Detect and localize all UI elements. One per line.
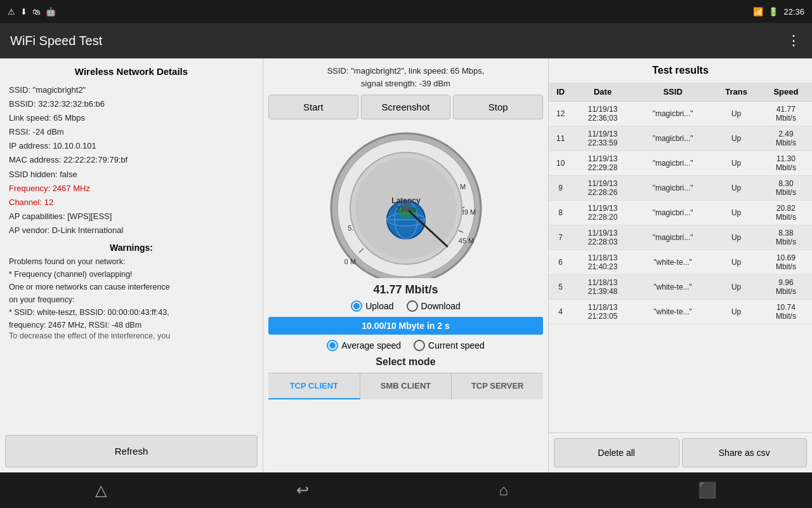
app-title: WiFi Speed Test: [10, 34, 102, 48]
table-row[interactable]: 10 11/19/1322:29:28 "magicbri..." Up 11.…: [549, 151, 812, 176]
col-date: Date: [572, 83, 633, 102]
cell-trans: Up: [712, 151, 760, 176]
right-panel: Test results ID Date SSID Trans Speed 12…: [549, 58, 812, 472]
link-speed-line: Link speed: 65 Mbps: [9, 111, 254, 125]
cell-trans: Up: [712, 102, 760, 126]
tcp-server-tab[interactable]: TCP SERVER: [452, 373, 543, 399]
bottom-buttons: Delete all Share as csv: [549, 432, 812, 472]
table-row[interactable]: 4 11/18/1321:23:05 "white-te..." Up 10.7…: [549, 300, 812, 324]
menu-button[interactable]: ⋮: [787, 32, 802, 49]
nav-home2-icon[interactable]: ⌂: [499, 481, 508, 499]
wifi-icon: 📶: [753, 7, 763, 17]
nav-home-icon[interactable]: △: [95, 481, 107, 499]
cell-date: 11/19/1322:28:03: [572, 225, 633, 250]
cell-id: 10: [549, 151, 572, 176]
status-icons-right: 📶 🔋 22:36: [753, 7, 804, 17]
cell-date: 11/19/1322:36:03: [572, 102, 633, 126]
speed-mode-group: Average speed Current speed: [327, 340, 485, 351]
nav-bar: △ ↩ ⌂ ⬛: [0, 472, 812, 508]
results-table-container: ID Date SSID Trans Speed 12 11/19/1322:3…: [549, 83, 812, 432]
table-row[interactable]: 8 11/19/1322:28:20 "magicbri..." Up 20.8…: [549, 201, 812, 225]
col-id: ID: [549, 83, 572, 102]
refresh-button[interactable]: Refresh: [5, 435, 258, 467]
progress-text: 10.00/10 Mbyte in 2 s: [362, 321, 450, 331]
cell-date: 11/19/1322:28:26: [572, 176, 633, 201]
share-as-csv-button[interactable]: Share as csv: [682, 438, 808, 467]
left-panel: Wireless Network Details SSID: "magicbri…: [0, 58, 263, 472]
current-speed-label: Current speed: [428, 340, 485, 351]
table-row[interactable]: 7 11/19/1322:28:03 "magicbri..." Up 8.38…: [549, 225, 812, 250]
cell-ssid: "magicbri...": [633, 225, 713, 250]
download-label: Download: [421, 301, 461, 311]
cell-speed: 8.38Mbit/s: [760, 225, 812, 250]
action-buttons: Start Screenshot Stop: [268, 95, 543, 119]
cell-speed: 20.82Mbit/s: [760, 201, 812, 225]
average-speed-radio[interactable]: Average speed: [327, 340, 401, 351]
mode-tabs: TCP CLIENT SMB CLIENT TCP SERVER: [268, 373, 543, 399]
svg-text:45 M: 45 M: [458, 237, 473, 244]
cell-speed: 9.96Mbit/s: [760, 275, 812, 300]
results-table: ID Date SSID Trans Speed 12 11/19/1322:3…: [549, 83, 812, 324]
bssid-line: BSSID: 32:32:32:32:b6:b6: [9, 97, 254, 111]
ssid-hidden-line: SSID hidden: false: [9, 168, 254, 182]
middle-panel: SSID: "magicbright2", link speed: 65 Mbp…: [263, 58, 549, 472]
clock: 22:36: [783, 7, 804, 17]
results-title: Test results: [549, 58, 812, 83]
frequency-line: Frequency: 2467 MHz: [9, 182, 254, 196]
app-bar: WiFi Speed Test ⋮: [0, 23, 812, 58]
svg-point-29: [402, 204, 410, 212]
start-button[interactable]: Start: [268, 95, 358, 119]
table-row[interactable]: 6 11/18/1321:40:23 "white-te..." Up 10.6…: [549, 250, 812, 275]
warning-icon: ⚠: [8, 7, 15, 17]
upload-radio[interactable]: Upload: [351, 300, 393, 312]
download-radio[interactable]: Download: [407, 300, 461, 312]
progress-bar: 10.00/10 Mbyte in 2 s: [268, 317, 543, 335]
upload-label: Upload: [365, 301, 393, 311]
table-header-row: ID Date SSID Trans Speed: [549, 83, 812, 102]
cell-ssid: "magicbri...": [633, 102, 713, 126]
cell-date: 11/19/1322:33:59: [572, 126, 633, 151]
ip-line: IP address: 10.10.0.101: [9, 139, 254, 153]
cell-trans: Up: [712, 126, 760, 151]
screenshot-button[interactable]: Screenshot: [361, 95, 451, 119]
cell-id: 7: [549, 225, 572, 250]
cell-speed: 10.69Mbit/s: [760, 250, 812, 275]
cell-trans: Up: [712, 225, 760, 250]
network-details-title: Wireless Network Details: [9, 66, 254, 77]
cell-speed: 41.77Mbit/s: [760, 102, 812, 126]
cell-date: 11/19/1322:28:20: [572, 201, 633, 225]
cell-date: 11/18/1321:23:05: [572, 300, 633, 324]
cell-trans: Up: [712, 201, 760, 225]
cell-trans: Up: [712, 275, 760, 300]
cell-trans: Up: [712, 176, 760, 201]
average-speed-label: Average speed: [341, 340, 401, 351]
cell-trans: Up: [712, 300, 760, 324]
nav-back-icon[interactable]: ↩: [296, 481, 309, 499]
delete-all-button[interactable]: Delete all: [554, 438, 679, 467]
ssid-line: SSID: "magicbright2": [9, 83, 254, 97]
cell-ssid: "white-te...": [633, 275, 713, 300]
stop-button[interactable]: Stop: [453, 95, 543, 119]
network-details-panel: Wireless Network Details SSID: "magicbri…: [0, 58, 263, 430]
speedometer: 0 M 5.5 M 11 M 17 M 23 M 28 M 34 M 39 M …: [311, 126, 501, 278]
table-row[interactable]: 12 11/19/1322:36:03 "magicbri..." Up 41.…: [549, 102, 812, 126]
smb-client-tab[interactable]: SMB CLIENT: [360, 373, 452, 399]
current-speed-radio[interactable]: Current speed: [414, 340, 485, 351]
tcp-client-tab[interactable]: TCP CLIENT: [268, 373, 360, 399]
cell-ssid: "white-te...": [633, 300, 713, 324]
cell-id: 9: [549, 176, 572, 201]
nav-recents-icon[interactable]: ⬛: [698, 481, 717, 499]
table-row[interactable]: 11 11/19/1322:33:59 "magicbri..." Up 2.4…: [549, 126, 812, 151]
table-row[interactable]: 5 11/18/1321:39:48 "white-te..." Up 9.96…: [549, 275, 812, 300]
cell-id: 6: [549, 250, 572, 275]
cell-speed: 2.49Mbit/s: [760, 126, 812, 151]
cell-date: 11/18/1321:39:48: [572, 275, 633, 300]
cell-trans: Up: [712, 250, 760, 275]
table-row[interactable]: 9 11/19/1322:28:26 "magicbri..." Up 8.30…: [549, 176, 812, 201]
rssi-line: RSSI: -24 dBm: [9, 125, 254, 139]
col-trans: Trans: [712, 83, 760, 102]
warnings-title: Warnings:: [9, 243, 254, 253]
cell-speed: 10.74Mbit/s: [760, 300, 812, 324]
bag-icon: 🛍: [32, 7, 41, 17]
cell-id: 12: [549, 102, 572, 126]
